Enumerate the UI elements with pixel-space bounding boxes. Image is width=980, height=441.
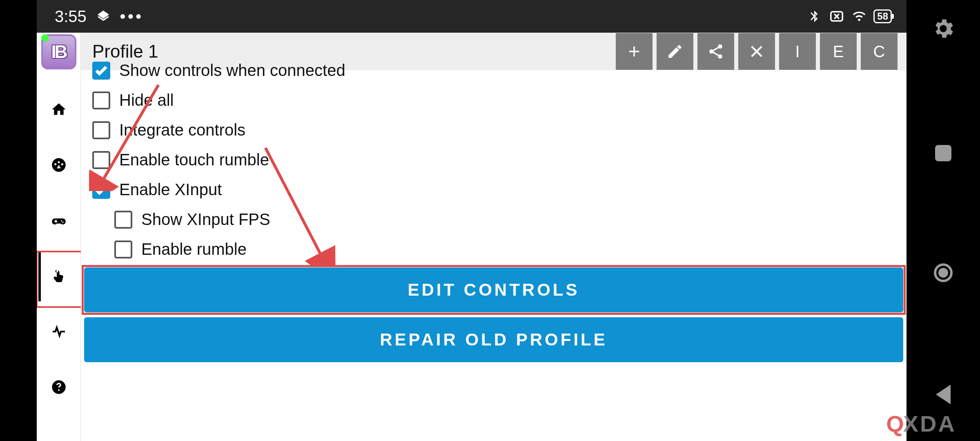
screen-cast-icon: [829, 9, 845, 23]
svg-point-2: [58, 161, 60, 163]
label-integrate: Integrate controls: [119, 121, 245, 139]
svg-point-3: [54, 163, 56, 165]
wifi-icon: [852, 9, 866, 23]
status-bar: 3:55 ••• 58: [37, 0, 906, 33]
row-hide-all[interactable]: Hide all: [84, 85, 903, 115]
checkbox-integrate[interactable]: [92, 121, 110, 139]
device-settings-icon[interactable]: [931, 16, 956, 42]
svg-point-8: [709, 49, 714, 54]
edit-controls-button[interactable]: EDIT CONTROLS: [84, 267, 903, 312]
row-touch-rumble[interactable]: Enable touch rumble: [84, 145, 903, 175]
xda-watermark: Q XDA: [886, 410, 956, 437]
layers-icon: [96, 9, 110, 23]
svg-point-4: [61, 163, 63, 165]
checkbox-touch-rumble[interactable]: [92, 151, 110, 169]
device-recents-button[interactable]: [935, 145, 951, 161]
checkbox-xinput-fps[interactable]: [114, 211, 132, 229]
repair-profile-button[interactable]: REPAIR OLD PROFILE: [84, 317, 903, 362]
content: Show controls when connected Hide all In…: [81, 70, 906, 441]
xda-watermark-prefix: Q: [886, 410, 906, 437]
nav-help[interactable]: [37, 359, 81, 415]
status-time: 3:55: [55, 7, 87, 26]
nav-gamepad[interactable]: [37, 193, 81, 248]
app-logo[interactable]: IB: [41, 34, 76, 69]
device-home-button[interactable]: [934, 263, 953, 282]
more-icon: •••: [120, 8, 144, 25]
nav-touch[interactable]: [37, 248, 81, 304]
svg-point-7: [718, 45, 722, 49]
svg-point-9: [718, 54, 722, 59]
side-nav: IB: [37, 33, 81, 441]
row-xinput-fps[interactable]: Show XInput FPS: [84, 205, 903, 234]
checkbox-enable-rumble[interactable]: [114, 241, 132, 258]
label-xinput: Enable XInput: [119, 180, 222, 199]
nav-home[interactable]: [37, 82, 81, 137]
page-title: Profile 1: [92, 41, 612, 62]
label-touch-rumble: Enable touch rumble: [119, 151, 269, 169]
phone-frame: 3:55 ••• 58 IB: [0, 0, 906, 441]
nav-gauge[interactable]: [37, 137, 81, 193]
battery-indicator: 58: [873, 9, 892, 23]
row-show-controls[interactable]: Show controls when connected: [84, 61, 903, 85]
row-enable-rumble[interactable]: Enable rumble: [84, 234, 903, 264]
label-xinput-fps: Show XInput FPS: [141, 210, 270, 229]
device-nav-bar: [906, 0, 980, 441]
xda-watermark-text: XDA: [903, 410, 956, 437]
label-enable-rumble: Enable rumble: [141, 240, 247, 258]
bluetooth-icon: [807, 9, 821, 23]
checkbox-hide-all[interactable]: [92, 91, 110, 109]
checkbox-show-controls[interactable]: [92, 62, 110, 80]
app-area: IB Profile 1: [37, 33, 906, 441]
svg-point-6: [58, 390, 60, 391]
label-show-controls: Show controls when connected: [119, 61, 345, 80]
checkbox-xinput[interactable]: [92, 181, 110, 199]
row-integrate[interactable]: Integrate controls: [84, 115, 903, 145]
label-hide-all: Hide all: [119, 91, 174, 109]
device-back-button[interactable]: [936, 385, 951, 404]
row-xinput[interactable]: Enable XInput: [84, 175, 903, 205]
nav-activity[interactable]: [37, 304, 81, 359]
